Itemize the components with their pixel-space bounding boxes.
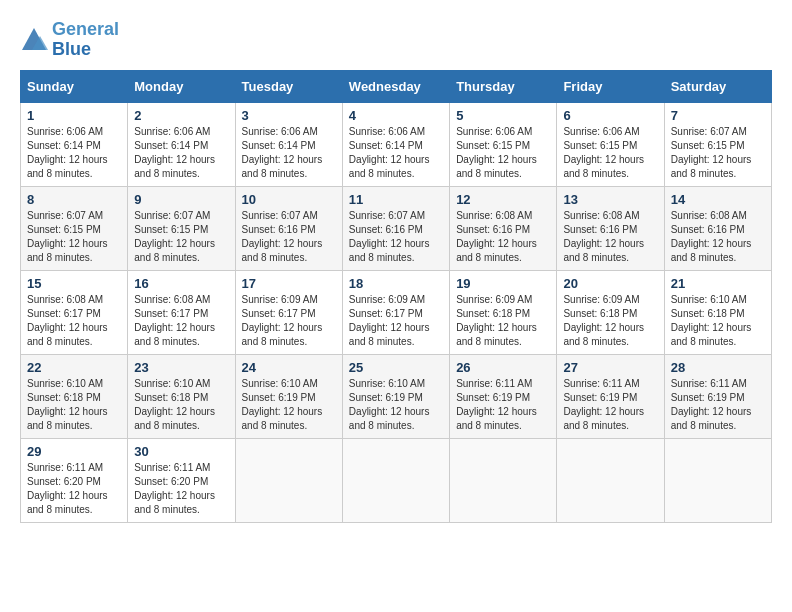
- day-info: Sunrise: 6:10 AM Sunset: 6:18 PM Dayligh…: [671, 293, 765, 349]
- calendar-cell: 16 Sunrise: 6:08 AM Sunset: 6:17 PM Dayl…: [128, 270, 235, 354]
- day-info: Sunrise: 6:07 AM Sunset: 6:16 PM Dayligh…: [242, 209, 336, 265]
- day-info: Sunrise: 6:08 AM Sunset: 6:17 PM Dayligh…: [27, 293, 121, 349]
- calendar-cell: 1 Sunrise: 6:06 AM Sunset: 6:14 PM Dayli…: [21, 102, 128, 186]
- calendar-cell: 11 Sunrise: 6:07 AM Sunset: 6:16 PM Dayl…: [342, 186, 449, 270]
- day-info: Sunrise: 6:08 AM Sunset: 6:16 PM Dayligh…: [671, 209, 765, 265]
- calendar-cell: 14 Sunrise: 6:08 AM Sunset: 6:16 PM Dayl…: [664, 186, 771, 270]
- calendar-cell: 20 Sunrise: 6:09 AM Sunset: 6:18 PM Dayl…: [557, 270, 664, 354]
- calendar-week-row: 8 Sunrise: 6:07 AM Sunset: 6:15 PM Dayli…: [21, 186, 772, 270]
- calendar-cell: 24 Sunrise: 6:10 AM Sunset: 6:19 PM Dayl…: [235, 354, 342, 438]
- column-header-thursday: Thursday: [450, 70, 557, 102]
- calendar-cell: 6 Sunrise: 6:06 AM Sunset: 6:15 PM Dayli…: [557, 102, 664, 186]
- day-number: 4: [349, 108, 443, 123]
- column-header-saturday: Saturday: [664, 70, 771, 102]
- calendar-cell: 27 Sunrise: 6:11 AM Sunset: 6:19 PM Dayl…: [557, 354, 664, 438]
- logo-icon: [20, 26, 48, 54]
- calendar-week-row: 15 Sunrise: 6:08 AM Sunset: 6:17 PM Dayl…: [21, 270, 772, 354]
- calendar-cell: 7 Sunrise: 6:07 AM Sunset: 6:15 PM Dayli…: [664, 102, 771, 186]
- calendar-cell: [450, 438, 557, 522]
- calendar-cell: 26 Sunrise: 6:11 AM Sunset: 6:19 PM Dayl…: [450, 354, 557, 438]
- day-number: 26: [456, 360, 550, 375]
- day-number: 2: [134, 108, 228, 123]
- calendar-cell: 25 Sunrise: 6:10 AM Sunset: 6:19 PM Dayl…: [342, 354, 449, 438]
- calendar-cell: 19 Sunrise: 6:09 AM Sunset: 6:18 PM Dayl…: [450, 270, 557, 354]
- day-number: 8: [27, 192, 121, 207]
- day-info: Sunrise: 6:08 AM Sunset: 6:17 PM Dayligh…: [134, 293, 228, 349]
- calendar-cell: 12 Sunrise: 6:08 AM Sunset: 6:16 PM Dayl…: [450, 186, 557, 270]
- calendar-cell: 21 Sunrise: 6:10 AM Sunset: 6:18 PM Dayl…: [664, 270, 771, 354]
- logo-text: GeneralBlue: [52, 20, 119, 60]
- calendar-week-row: 29 Sunrise: 6:11 AM Sunset: 6:20 PM Dayl…: [21, 438, 772, 522]
- calendar-week-row: 22 Sunrise: 6:10 AM Sunset: 6:18 PM Dayl…: [21, 354, 772, 438]
- day-number: 16: [134, 276, 228, 291]
- day-info: Sunrise: 6:11 AM Sunset: 6:20 PM Dayligh…: [134, 461, 228, 517]
- calendar-cell: [664, 438, 771, 522]
- day-info: Sunrise: 6:06 AM Sunset: 6:14 PM Dayligh…: [134, 125, 228, 181]
- day-info: Sunrise: 6:06 AM Sunset: 6:14 PM Dayligh…: [349, 125, 443, 181]
- day-info: Sunrise: 6:11 AM Sunset: 6:20 PM Dayligh…: [27, 461, 121, 517]
- day-number: 6: [563, 108, 657, 123]
- calendar-cell: 17 Sunrise: 6:09 AM Sunset: 6:17 PM Dayl…: [235, 270, 342, 354]
- day-number: 9: [134, 192, 228, 207]
- day-number: 30: [134, 444, 228, 459]
- day-info: Sunrise: 6:11 AM Sunset: 6:19 PM Dayligh…: [671, 377, 765, 433]
- calendar-cell: 8 Sunrise: 6:07 AM Sunset: 6:15 PM Dayli…: [21, 186, 128, 270]
- day-info: Sunrise: 6:10 AM Sunset: 6:18 PM Dayligh…: [27, 377, 121, 433]
- day-info: Sunrise: 6:11 AM Sunset: 6:19 PM Dayligh…: [563, 377, 657, 433]
- calendar-cell: 13 Sunrise: 6:08 AM Sunset: 6:16 PM Dayl…: [557, 186, 664, 270]
- day-info: Sunrise: 6:07 AM Sunset: 6:15 PM Dayligh…: [27, 209, 121, 265]
- calendar-cell: 15 Sunrise: 6:08 AM Sunset: 6:17 PM Dayl…: [21, 270, 128, 354]
- day-number: 27: [563, 360, 657, 375]
- calendar-cell: 4 Sunrise: 6:06 AM Sunset: 6:14 PM Dayli…: [342, 102, 449, 186]
- day-info: Sunrise: 6:09 AM Sunset: 6:17 PM Dayligh…: [242, 293, 336, 349]
- column-header-wednesday: Wednesday: [342, 70, 449, 102]
- column-header-monday: Monday: [128, 70, 235, 102]
- calendar-cell: 3 Sunrise: 6:06 AM Sunset: 6:14 PM Dayli…: [235, 102, 342, 186]
- calendar-cell: 2 Sunrise: 6:06 AM Sunset: 6:14 PM Dayli…: [128, 102, 235, 186]
- day-info: Sunrise: 6:07 AM Sunset: 6:15 PM Dayligh…: [134, 209, 228, 265]
- day-number: 18: [349, 276, 443, 291]
- day-info: Sunrise: 6:10 AM Sunset: 6:19 PM Dayligh…: [242, 377, 336, 433]
- day-number: 17: [242, 276, 336, 291]
- calendar-cell: 9 Sunrise: 6:07 AM Sunset: 6:15 PM Dayli…: [128, 186, 235, 270]
- page-header: GeneralBlue: [20, 20, 772, 60]
- day-number: 29: [27, 444, 121, 459]
- day-number: 14: [671, 192, 765, 207]
- calendar-header-row: SundayMondayTuesdayWednesdayThursdayFrid…: [21, 70, 772, 102]
- day-number: 25: [349, 360, 443, 375]
- day-number: 3: [242, 108, 336, 123]
- day-number: 24: [242, 360, 336, 375]
- day-info: Sunrise: 6:10 AM Sunset: 6:19 PM Dayligh…: [349, 377, 443, 433]
- calendar-cell: 28 Sunrise: 6:11 AM Sunset: 6:19 PM Dayl…: [664, 354, 771, 438]
- day-number: 15: [27, 276, 121, 291]
- day-number: 10: [242, 192, 336, 207]
- calendar-table: SundayMondayTuesdayWednesdayThursdayFrid…: [20, 70, 772, 523]
- day-info: Sunrise: 6:06 AM Sunset: 6:15 PM Dayligh…: [456, 125, 550, 181]
- day-number: 12: [456, 192, 550, 207]
- day-info: Sunrise: 6:11 AM Sunset: 6:19 PM Dayligh…: [456, 377, 550, 433]
- day-number: 11: [349, 192, 443, 207]
- column-header-tuesday: Tuesday: [235, 70, 342, 102]
- day-info: Sunrise: 6:09 AM Sunset: 6:18 PM Dayligh…: [456, 293, 550, 349]
- day-number: 13: [563, 192, 657, 207]
- day-info: Sunrise: 6:09 AM Sunset: 6:17 PM Dayligh…: [349, 293, 443, 349]
- day-info: Sunrise: 6:09 AM Sunset: 6:18 PM Dayligh…: [563, 293, 657, 349]
- day-info: Sunrise: 6:08 AM Sunset: 6:16 PM Dayligh…: [563, 209, 657, 265]
- calendar-cell: 29 Sunrise: 6:11 AM Sunset: 6:20 PM Dayl…: [21, 438, 128, 522]
- calendar-cell: 30 Sunrise: 6:11 AM Sunset: 6:20 PM Dayl…: [128, 438, 235, 522]
- day-number: 7: [671, 108, 765, 123]
- day-info: Sunrise: 6:08 AM Sunset: 6:16 PM Dayligh…: [456, 209, 550, 265]
- day-number: 28: [671, 360, 765, 375]
- calendar-cell: 18 Sunrise: 6:09 AM Sunset: 6:17 PM Dayl…: [342, 270, 449, 354]
- calendar-cell: 5 Sunrise: 6:06 AM Sunset: 6:15 PM Dayli…: [450, 102, 557, 186]
- column-header-sunday: Sunday: [21, 70, 128, 102]
- day-info: Sunrise: 6:07 AM Sunset: 6:16 PM Dayligh…: [349, 209, 443, 265]
- day-info: Sunrise: 6:10 AM Sunset: 6:18 PM Dayligh…: [134, 377, 228, 433]
- calendar-cell: 22 Sunrise: 6:10 AM Sunset: 6:18 PM Dayl…: [21, 354, 128, 438]
- day-number: 21: [671, 276, 765, 291]
- logo: GeneralBlue: [20, 20, 119, 60]
- calendar-cell: [342, 438, 449, 522]
- day-info: Sunrise: 6:06 AM Sunset: 6:14 PM Dayligh…: [242, 125, 336, 181]
- calendar-week-row: 1 Sunrise: 6:06 AM Sunset: 6:14 PM Dayli…: [21, 102, 772, 186]
- day-info: Sunrise: 6:06 AM Sunset: 6:14 PM Dayligh…: [27, 125, 121, 181]
